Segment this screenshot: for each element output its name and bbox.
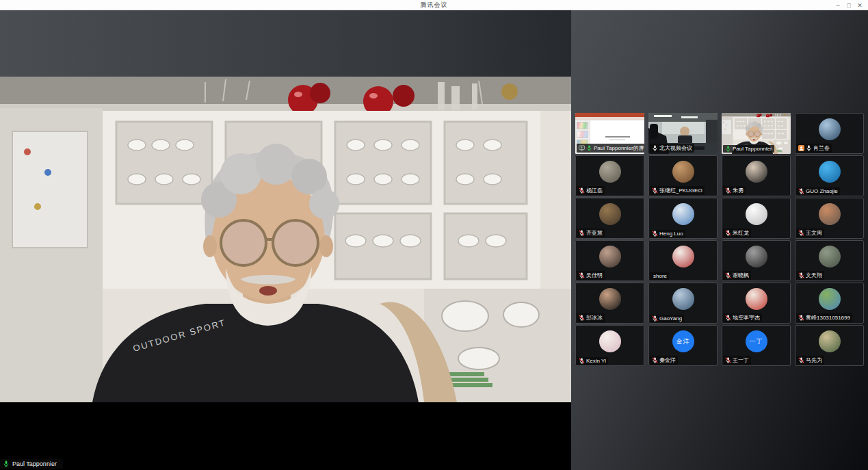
participant-label: 北大视频会议 — [650, 144, 694, 153]
participant-label: 朱勇 — [723, 186, 746, 195]
participant-badges — [652, 315, 658, 322]
participant-tile[interactable]: GUO Zhaojie — [795, 155, 864, 196]
participant-badges — [652, 231, 658, 237]
participant-tile[interactable]: 米红龙 — [722, 198, 791, 239]
participant-name: 齐亚慧 — [586, 229, 603, 237]
mic-muted-icon — [798, 357, 804, 363]
participant-name: 王文周 — [806, 229, 822, 237]
participant-avatar: 金洋 — [672, 330, 694, 352]
participant-badges — [579, 187, 585, 194]
participant-avatar — [672, 288, 694, 310]
participant-name: Paul Tapponnier — [733, 146, 772, 152]
participant-tile[interactable]: 朱勇 — [722, 155, 791, 196]
participant-avatar — [819, 246, 841, 267]
participant-badges — [725, 187, 731, 194]
window-titlebar[interactable]: 腾讯会议 – □ ✕ — [0, 0, 868, 10]
participant-tile[interactable]: 北大视频会议 — [648, 113, 718, 154]
mic-muted-icon — [652, 231, 658, 237]
participant-tile[interactable]: shore — [648, 240, 718, 281]
participant-tile[interactable]: Paul Tapponnier — [722, 113, 791, 154]
minimize-button[interactable]: – — [832, 0, 843, 10]
window-title: 腾讯会议 — [0, 1, 868, 10]
participant-tile[interactable]: GaoYang — [648, 283, 718, 324]
participant-badges — [798, 188, 804, 194]
participant-tile[interactable]: 金洋 秦金洋 — [648, 325, 718, 366]
participant-grid: Paul Tapponnier的屏幕共享 北大视频会议 Paul Tapponn… — [575, 113, 864, 366]
mic-muted-icon — [652, 315, 658, 322]
participant-tile[interactable]: 一丁 王一丁 — [722, 325, 791, 366]
participant-avatar — [672, 203, 694, 225]
participant-label: 地空李宇杰 — [723, 313, 762, 322]
participant-avatar — [746, 246, 767, 267]
participant-tile[interactable]: 吴佳明 — [575, 240, 644, 281]
participants-panel: Paul Tapponnier的屏幕共享 北大视频会议 Paul Tapponn… — [571, 10, 868, 470]
participant-badges — [725, 230, 731, 236]
host-badge-icon — [798, 145, 804, 151]
participant-label: Paul Tapponnier的屏幕共享 — [577, 144, 644, 153]
participant-badges — [579, 358, 585, 364]
participant-label: 秦金洋 — [650, 356, 678, 365]
participant-avatar — [819, 203, 841, 225]
meeting-window: Paul Tapponnier Paul Tapponnier的屏幕共享 — [0, 10, 868, 470]
participant-label: 文天翔 — [796, 271, 824, 280]
participant-tile[interactable]: 肖兰春 — [795, 113, 864, 154]
mic-muted-icon — [579, 315, 585, 321]
participant-label: GaoYang — [650, 315, 684, 322]
participant-tile[interactable]: Kexin Yi — [575, 325, 644, 366]
participant-label: Heng Luo — [650, 230, 685, 237]
participant-label: 肖兰春 — [796, 144, 832, 153]
participant-tile[interactable]: 文天翔 — [795, 240, 864, 281]
stage-top-gradient — [0, 10, 571, 77]
participant-avatar — [599, 246, 621, 267]
participant-avatar — [819, 161, 841, 183]
participant-label: Paul Tapponnier — [723, 145, 774, 153]
mic-muted-icon — [652, 357, 658, 363]
participant-tile[interactable]: 马先为 — [795, 325, 864, 366]
participant-name: shore — [653, 273, 667, 279]
participant-name: 文天翔 — [806, 272, 822, 279]
close-button[interactable]: ✕ — [854, 0, 865, 10]
participant-tile[interactable]: 杨江磊 — [575, 155, 644, 196]
participant-badges — [798, 272, 804, 278]
participant-badges — [725, 315, 731, 321]
mic-on-icon — [3, 460, 10, 467]
speaker-name: Paul Tapponnier — [12, 460, 57, 467]
speaker-video-frame — [0, 77, 571, 402]
participant-badges — [652, 145, 658, 151]
mic-icon — [725, 146, 731, 152]
participant-badges — [652, 357, 658, 363]
participant-tile[interactable]: Heng Luo — [648, 198, 718, 239]
participant-tile[interactable]: 齐亚慧 — [575, 198, 644, 239]
participant-tile[interactable]: 谢晓枫 — [722, 240, 791, 281]
participant-badges — [579, 272, 585, 278]
participant-tile[interactable]: 黄峰13031051699 — [795, 283, 864, 324]
participant-badges — [579, 315, 585, 321]
participant-name: 北大视频会议 — [659, 144, 692, 152]
participant-label: 谢晓枫 — [723, 271, 751, 280]
participant-label: 吴佳明 — [577, 271, 605, 280]
participant-name: 张继红_PKUGEO — [659, 187, 702, 194]
participant-tile[interactable]: 彭冰冰 — [575, 283, 644, 324]
participant-tile[interactable]: 张继红_PKUGEO — [648, 155, 718, 196]
participant-name: 黄峰13031051699 — [806, 314, 850, 322]
participant-name: 马先为 — [806, 356, 822, 364]
participant-label: 杨江磊 — [577, 186, 605, 195]
participant-name: 吴佳明 — [586, 272, 603, 279]
maximize-button[interactable]: □ — [843, 0, 854, 10]
participant-name: 地空李宇杰 — [733, 314, 760, 322]
participant-tile[interactable]: Paul Tapponnier的屏幕共享 — [575, 113, 644, 154]
participant-badges — [798, 315, 804, 321]
participant-name: 米红龙 — [733, 229, 749, 237]
participant-avatar — [599, 203, 621, 225]
participant-tile[interactable]: 王文周 — [795, 198, 864, 239]
participant-avatar — [599, 330, 621, 352]
participant-label: 齐亚慧 — [577, 229, 605, 237]
participant-label: shore — [650, 272, 669, 280]
participant-tile[interactable]: 地空李宇杰 — [722, 283, 791, 324]
participant-avatar — [819, 288, 841, 310]
participant-label: 彭冰冰 — [577, 313, 605, 322]
participant-badges — [725, 357, 731, 363]
participant-badges — [725, 146, 731, 152]
participant-label: 马先为 — [796, 356, 824, 365]
participant-badges — [579, 230, 585, 236]
